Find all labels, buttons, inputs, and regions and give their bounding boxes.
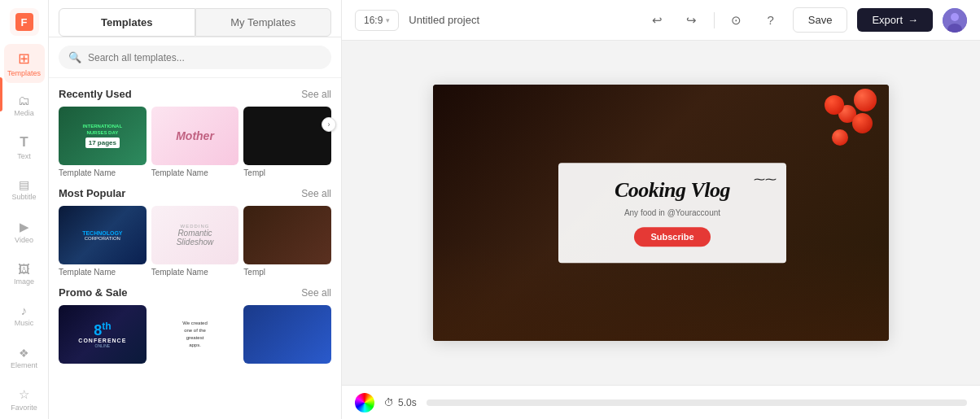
media-icon: 🗂 <box>18 94 30 107</box>
template-name-mother: Template Name <box>151 168 239 177</box>
template-col-blue <box>243 305 331 364</box>
template-name-brown: Templ <box>243 268 331 277</box>
project-title[interactable]: Untitled project <box>409 14 635 26</box>
undo-button[interactable]: ↩ <box>645 8 670 33</box>
subtitle-icon: ▤ <box>19 178 29 191</box>
template-nurses[interactable]: INTERNATIONALNURSES DAY 17 pages <box>59 107 147 165</box>
sidebar-item-media[interactable]: 🗂 Media <box>4 86 45 125</box>
template-col-brown: Templ <box>243 206 331 277</box>
recently-used-section-header: Recently Used See all <box>59 78 331 107</box>
sidebar-item-element[interactable]: ❖ Element <box>4 338 45 378</box>
template-name-nurses: Template Name <box>59 168 147 177</box>
element-icon: ❖ <box>19 347 29 360</box>
export-button[interactable]: Export → <box>857 8 933 32</box>
recently-used-grid: INTERNATIONALNURSES DAY 17 pages Templat… <box>59 107 331 177</box>
sidebar-item-text[interactable]: T Text <box>4 129 45 168</box>
svg-point-1 <box>951 13 959 21</box>
timeline-track[interactable] <box>427 399 967 406</box>
recently-used-see-all[interactable]: See all <box>301 89 331 100</box>
template-apps[interactable]: We createdone of thegreatestapps. <box>151 305 239 364</box>
camera-button[interactable]: ⊙ <box>724 8 749 33</box>
color-wheel[interactable] <box>355 393 374 412</box>
sidebar-item-label: Image <box>14 277 34 286</box>
image-icon: 🖼 <box>18 262 30 276</box>
template-dark[interactable] <box>243 107 331 165</box>
star-icon: ☆ <box>19 387 29 402</box>
template-col-1: INTERNATIONALNURSES DAY 17 pages Templat… <box>59 107 147 177</box>
template-romantic[interactable]: WEDDING RomanticSlideshow <box>151 206 239 264</box>
promo-sale-see-all[interactable]: See all <box>301 287 331 299</box>
editor-topbar: 16:9 ▾ Untitled project ↩ ↪ ⊙ ? Save Exp… <box>342 0 980 41</box>
template-col-conference: 8th CONFERENCE ONLINE <box>59 305 147 364</box>
sidebar-item-subtitle[interactable]: ▤ Subtitle <box>4 170 45 209</box>
sidebar-item-favorite[interactable]: ☆ Favorite <box>4 380 45 419</box>
ratio-label: 16:9 <box>364 15 383 26</box>
search-bar: 🔍 <box>49 37 341 78</box>
most-popular-section-header: Most Popular See all <box>59 177 331 206</box>
template-blue[interactable] <box>243 305 331 364</box>
scroll-right-btn[interactable]: › <box>322 117 336 132</box>
sidebar-item-label: Music <box>15 319 34 327</box>
canvas-overlay-card: Cooking Vlog ⁓⁓ Any food in @Youraccount… <box>558 163 786 264</box>
export-label: Export <box>872 14 903 26</box>
active-indicator <box>0 77 2 111</box>
sidebar-item-label: Favorite <box>11 404 37 412</box>
save-button[interactable]: Save <box>793 7 848 33</box>
most-popular-grid: TECHNOLOGY CORPORATION Template Name WED… <box>59 206 331 277</box>
template-col-tech: TECHNOLOGY CORPORATION Template Name <box>59 206 147 277</box>
sidebar-item-label: Subtitle <box>11 193 36 201</box>
sidebar-item-music[interactable]: ♪ Music <box>4 296 45 335</box>
subscribe-button[interactable]: Subscribe <box>634 227 710 247</box>
timeline-duration: ⏱ 5.0s <box>384 397 417 408</box>
templates-icon: ⊞ <box>18 50 30 68</box>
canvas-frame[interactable]: Cooking Vlog ⁓⁓ Any food in @Youraccount… <box>433 85 889 341</box>
most-popular-title: Most Popular <box>59 187 125 199</box>
redo-button[interactable]: ↪ <box>680 8 704 33</box>
template-col-romantic: WEDDING RomanticSlideshow Template Name <box>151 206 239 277</box>
search-icon: 🔍 <box>68 51 81 63</box>
template-brown[interactable] <box>243 206 331 264</box>
sidebar-item-templates[interactable]: ⊞ Templates <box>4 44 45 83</box>
sidebar: F ⊞ Templates 🗂 Media T Text ▤ Subtitle … <box>0 0 49 419</box>
tab-templates[interactable]: Templates <box>59 8 195 37</box>
canvas-title: Cooking Vlog <box>575 179 770 203</box>
template-col-apps: We createdone of thegreatestapps. <box>151 305 239 364</box>
canvas-subtitle: Any food in @Youraccount <box>575 208 770 217</box>
avatar[interactable] <box>943 8 967 33</box>
sidebar-item-label: Templates <box>7 69 41 77</box>
sidebar-item-label: Media <box>14 109 34 117</box>
topbar-divider <box>714 12 715 28</box>
timeline-bar: ⏱ 5.0s <box>342 385 980 419</box>
app-logo[interactable]: F <box>10 8 39 36</box>
template-mother[interactable]: Mother <box>151 107 239 165</box>
sidebar-item-label: Element <box>11 361 37 369</box>
canvas-background: Cooking Vlog ⁓⁓ Any food in @Youraccount… <box>433 85 889 341</box>
logo-letter: F <box>15 13 33 31</box>
ratio-selector[interactable]: 16:9 ▾ <box>355 10 399 31</box>
clock-icon: ⏱ <box>384 397 394 408</box>
recently-used-title: Recently Used <box>59 88 132 100</box>
deco-lines-icon: ⁓⁓ <box>754 172 777 185</box>
sidebar-item-video[interactable]: ▶ Video <box>4 212 45 251</box>
template-conference[interactable]: 8th CONFERENCE ONLINE <box>59 305 147 364</box>
music-icon: ♪ <box>21 303 28 317</box>
export-arrow-icon: → <box>908 14 918 26</box>
help-button[interactable]: ? <box>759 8 783 33</box>
avatar-image <box>943 8 967 33</box>
most-popular-see-all[interactable]: See all <box>301 188 331 199</box>
search-input[interactable] <box>88 52 322 63</box>
template-name-tech: Template Name <box>59 268 147 277</box>
editor-area: 16:9 ▾ Untitled project ↩ ↪ ⊙ ? Save Exp… <box>342 0 980 419</box>
text-icon: T <box>20 134 28 151</box>
search-input-wrap: 🔍 <box>59 46 331 69</box>
promo-sale-section-header: Promo & Sale See all <box>59 277 331 305</box>
template-technology[interactable]: TECHNOLOGY CORPORATION <box>59 206 147 264</box>
sidebar-item-image[interactable]: 🖼 Image <box>4 255 45 294</box>
templates-content: Recently Used See all INTERNATIONALNURSE… <box>49 78 341 419</box>
templates-tabs: Templates My Templates <box>49 0 341 37</box>
template-name-dark: Templ <box>243 168 331 177</box>
template-col-2: Mother Template Name <box>151 107 239 177</box>
tab-my-templates[interactable]: My Templates <box>195 8 332 37</box>
sidebar-item-label: Video <box>15 236 33 244</box>
promo-sale-title: Promo & Sale <box>59 286 128 299</box>
